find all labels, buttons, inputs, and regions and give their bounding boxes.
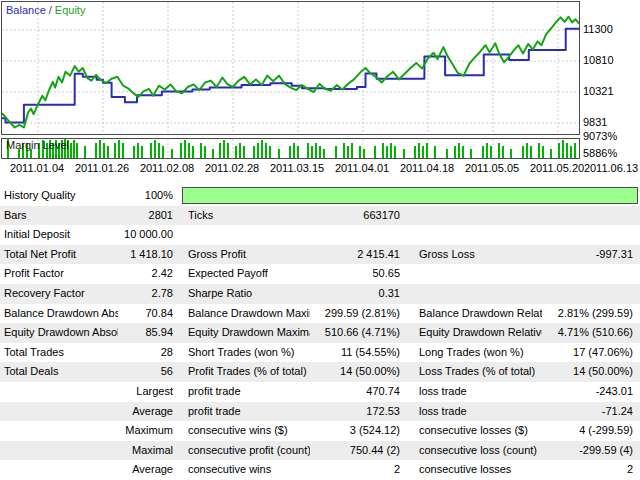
column-spacer [400, 343, 419, 363]
margin-bar [70, 143, 72, 158]
column-spacer [400, 362, 419, 382]
table-row: Balance Drawdown Absolute70.84Balance Dr… [0, 304, 640, 324]
stat-value: 56 [118, 362, 173, 382]
margin-bar [522, 146, 524, 158]
x-axis-tick: 2011.05.20 [530, 162, 584, 174]
stat-value [542, 264, 633, 284]
stat-value: Average [118, 460, 173, 480]
legend-separator: / [49, 4, 52, 16]
margin-y-axis-tick: 5886% [583, 147, 617, 159]
margin-bar [434, 146, 436, 158]
margin-bar [347, 146, 349, 158]
column-spacer [173, 304, 188, 324]
stat-label: Loss Trades (% of total) [419, 362, 542, 382]
margin-bar [99, 140, 101, 158]
margin-bar [502, 146, 504, 158]
x-axis-tick: 2011.05.05 [465, 162, 519, 174]
margin-bar [103, 143, 105, 158]
stat-value: 2801 [118, 206, 173, 226]
stat-value: Largest [118, 382, 173, 402]
legend-equity-label: Equity [55, 4, 86, 16]
table-row: Initial Deposit10 000.00 [0, 225, 640, 245]
y-axis-tick: 11300 [583, 23, 613, 35]
margin-bar [184, 140, 186, 158]
margin-bar [269, 146, 271, 158]
stat-value: 4.71% (510.66) [542, 323, 633, 343]
stat-label: consecutive wins ($) [188, 421, 310, 441]
chart-canvas [2, 2, 579, 134]
column-spacer [173, 284, 188, 304]
stat-label: Equity Drawdown Absolute [0, 323, 118, 343]
stat-value: 663170 [310, 206, 400, 226]
margin-bar [482, 146, 484, 158]
x-axis-tick: 2011.01.26 [75, 162, 129, 174]
margin-bar [171, 149, 173, 158]
margin-bar [394, 146, 396, 158]
stat-label: Equity Drawdown Relative [419, 323, 542, 343]
stat-label [188, 225, 310, 245]
chart-legend: Balance/Equity [6, 4, 85, 16]
stat-label: Profit Factor [0, 264, 118, 284]
margin-bar [343, 143, 345, 158]
margin-bar [558, 143, 560, 158]
column-spacer [400, 245, 419, 265]
stat-label [0, 421, 118, 441]
margin-bar [158, 143, 160, 158]
margin-bar [141, 146, 143, 158]
column-spacer [400, 421, 419, 441]
stat-label: profit trade [188, 402, 310, 422]
column-spacer [400, 441, 419, 461]
stat-value [542, 225, 633, 245]
table-row: Total Net Profit1 418.10Gross Profit2 41… [0, 245, 640, 265]
table-row: Maximalconsecutive profit (count)750.44 … [0, 441, 640, 461]
margin-bar [462, 146, 464, 158]
stat-value: 510.66 (4.71%) [310, 323, 400, 343]
stat-label: Profit Trades (% of total) [188, 362, 310, 382]
stat-label: loss trade [419, 402, 542, 422]
stat-value: 28 [118, 343, 173, 363]
margin-bar [562, 140, 564, 158]
stat-value: 50.65 [310, 264, 400, 284]
margin-bar [192, 146, 194, 158]
column-spacer [173, 441, 188, 461]
margin-bar [114, 143, 116, 158]
stat-value: 10 000.00 [118, 225, 173, 245]
column-spacer [400, 323, 419, 343]
column-spacer [400, 402, 419, 422]
table-row: History Quality100% [0, 186, 640, 206]
stat-label: Total Deals [0, 362, 118, 382]
margin-bar [227, 143, 229, 158]
column-spacer [400, 264, 419, 284]
column-spacer [173, 245, 188, 265]
margin-bar [154, 140, 156, 158]
margin-bar [458, 143, 460, 158]
stat-label: Gross Loss [419, 245, 542, 265]
margin-bar [297, 146, 299, 158]
stat-label: loss trade [419, 382, 542, 402]
x-axis-tick: 2011.06.13 [584, 162, 638, 174]
margin-chart-canvas [2, 139, 579, 158]
margin-bar [289, 146, 291, 158]
margin-bar [150, 143, 152, 158]
column-spacer [173, 206, 188, 226]
history-quality-bar [182, 187, 638, 204]
stat-value: 470.74 [310, 382, 400, 402]
table-row: Equity Drawdown Absolute85.94Equity Draw… [0, 323, 640, 343]
statistics-table: History Quality100%Bars2801Ticks663170In… [0, 186, 640, 480]
margin-bar [239, 143, 241, 158]
stat-value: 2 [310, 460, 400, 480]
column-spacer [173, 343, 188, 363]
margin-bar [212, 149, 214, 158]
stat-value: 2.78 [118, 284, 173, 304]
stat-label: Initial Deposit [0, 225, 118, 245]
stat-value: 1 418.10 [118, 245, 173, 265]
margin-bar [550, 149, 552, 158]
stat-label: Recovery Factor [0, 284, 118, 304]
x-axis-tick: 2011.02.08 [140, 162, 194, 174]
margin-bar [526, 143, 528, 158]
margin-bar [137, 143, 139, 158]
stat-label: Balance Drawdown Relative [419, 304, 542, 324]
stat-value: 14 (50.00%) [542, 362, 633, 382]
equity-line [2, 17, 579, 128]
margin-level-chart: Margin Level [1, 138, 580, 159]
